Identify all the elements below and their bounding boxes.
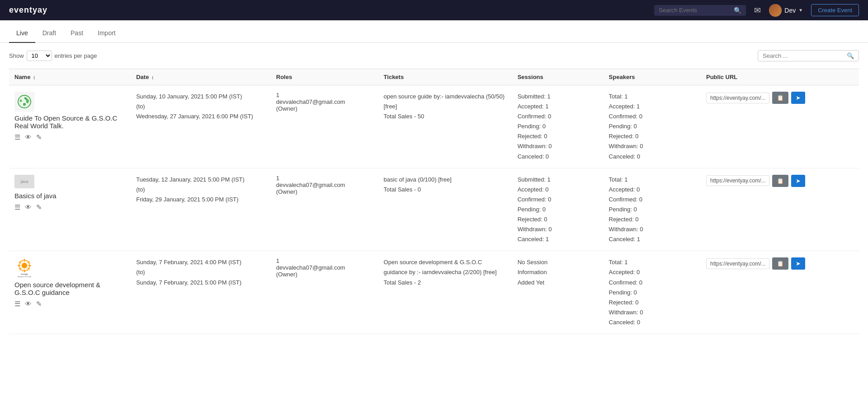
sort-icon-date[interactable]: ↕ [151,75,154,80]
entries-per-page-select[interactable]: 10 25 50 100 [27,51,52,61]
chevron-down-icon: ▼ [798,8,803,13]
session-info-label: Information [518,267,598,277]
user-menu[interactable]: Dev ▼ [769,4,803,17]
role-type: (Owner) [276,271,373,278]
event-sessions-cell: Submitted: 1 Accepted: 1 Confirmed: 0 Pe… [512,85,604,168]
events-table-wrap: Name ↕ Date ↕ Roles Tickets Sessions Spe… [0,69,868,334]
event-actions: ☰ 👁 ✎ [14,300,125,308]
create-event-button[interactable]: Create Event [811,4,859,16]
tab-live[interactable]: Live [9,24,35,43]
event-logo [14,92,34,112]
view-icon[interactable]: 👁 [25,300,32,308]
event-date-to: (to) [136,102,265,112]
navbar-right: 🔍 ✉ Dev ▼ Create Event [654,4,859,17]
speaker-rejected: Rejected: 0 [609,215,695,224]
event-date-to: (to) [136,267,265,277]
event-roles-cell: 1 devvalecha07@gmail.com (Owner) [271,251,378,334]
sort-icon-name[interactable]: ↕ [33,75,36,80]
event-tickets-cell: basic of java (0/100) [free] Total Sales… [378,168,512,251]
controls-bar: Show 10 25 50 100 entries per page 🔍 [0,43,868,69]
roles-count: 1 [276,92,373,98]
ticket-desc: Open source development & G.S.O.C guidan… [384,257,507,277]
session-confirmed: Confirmed: 0 [518,112,598,121]
event-url-cell: https://eventyay.com/... 📋 ➤ [701,251,859,334]
table-search-input[interactable] [763,52,844,59]
event-date-start: Tuesday, 12 January, 2021 5:00 PM (IST) [136,175,265,185]
session-confirmed: Confirmed: 0 [518,195,598,205]
col-header-sessions: Sessions [512,69,604,85]
speaker-total: Total: 1 [609,175,695,185]
opensrc-logo-svg [16,93,33,110]
event-tickets-cell: Open source development & G.S.O.C guidan… [378,251,512,334]
roles-count: 1 [276,257,373,264]
copy-url-button[interactable]: 📋 [772,175,788,187]
speaker-canceled: Canceled: 0 [609,152,695,162]
share-url-button[interactable]: ➤ [791,257,805,270]
speaker-accepted: Accepted: 0 [609,185,695,195]
search-table-icon[interactable]: 🔍 [847,52,854,59]
event-name-cell: Google Summer of Code Open source develo… [9,251,131,334]
event-speakers-cell: Total: 1 Accepted: 0 Confirmed: 0 Pendin… [604,168,701,251]
svg-point-1 [23,103,26,106]
col-header-speakers: Speakers [604,69,701,85]
tabs-bar: Live Draft Past Import [0,24,868,43]
session-accepted: Accepted: 0 [518,185,598,195]
table-search-wrap[interactable]: 🔍 [758,50,859,61]
view-icon[interactable]: 👁 [25,133,32,141]
search-events-wrap[interactable]: 🔍 [654,5,746,16]
session-rejected: Rejected: 0 [518,131,598,141]
session-canceled: Canceled: 0 [518,152,598,162]
view-icon[interactable]: 👁 [25,203,32,211]
session-canceled: Canceled: 1 [518,234,598,244]
ticket-desc: basic of java (0/100) [free] [384,175,507,185]
event-sessions-cell: No Session Information Added Yet [512,251,604,334]
search-events-input[interactable] [659,7,731,14]
entries-info: Show 10 25 50 100 entries per page [9,51,97,61]
mail-icon[interactable]: ✉ [754,5,761,15]
navbar: eventyay 🔍 ✉ Dev ▼ Create Event [0,0,868,20]
tab-past[interactable]: Past [63,24,90,43]
url-cell-wrap: https://eventyay.com/... 📋 ➤ [706,175,854,187]
event-actions: ☰ 👁 ✎ [14,133,125,141]
list-icon[interactable]: ☰ [14,203,20,211]
session-withdrawn: Withdrawn: 0 [518,224,598,234]
speaker-accepted: Accepted: 0 [609,267,695,277]
svg-point-2 [20,100,22,102]
show-label: Show [9,52,24,59]
brand-logo: eventyay [9,5,47,15]
event-name-cell: java Basics of java ☰ 👁 ✎ [9,168,131,251]
share-url-button[interactable]: ➤ [791,175,805,187]
event-title: Open source development & G.S.O.C guidan… [14,281,125,296]
entries-suffix: entries per page [55,52,97,59]
col-header-url: Public URL [701,69,859,85]
speaker-confirmed: Confirmed: 0 [609,278,695,288]
tab-import[interactable]: Import [90,24,123,43]
role-type: (Owner) [276,105,373,112]
copy-url-button[interactable]: 📋 [772,257,788,270]
list-icon[interactable]: ☰ [14,133,20,141]
edit-icon[interactable]: ✎ [36,133,42,141]
session-submitted: Submitted: 1 [518,92,598,102]
event-date-cell: Sunday, 10 January, 2021 5:00 PM (IST) (… [131,85,271,168]
url-cell-wrap: https://eventyay.com/... 📋 ➤ [706,257,854,270]
session-added-yet: Added Yet [518,278,598,288]
tab-draft[interactable]: Draft [35,24,63,43]
event-speakers-cell: Total: 1 Accepted: 0 Confirmed: 0 Pendin… [604,251,701,334]
share-url-button[interactable]: ➤ [791,92,805,104]
list-icon[interactable]: ☰ [14,300,20,308]
edit-icon[interactable]: ✎ [36,203,42,211]
gsoc-logo-svg: Google Summer of Code [14,257,34,277]
event-roles-cell: 1 devvalecha07@gmail.com (Owner) [271,168,378,251]
col-header-roles: Roles [271,69,378,85]
ticket-sales: Total Sales - 0 [384,185,507,195]
speaker-confirmed: Confirmed: 0 [609,112,695,121]
svg-point-13 [22,263,27,268]
role-email: devvalecha07@gmail.com [276,98,373,105]
edit-icon[interactable]: ✎ [36,300,42,308]
event-url-cell: https://eventyay.com/... 📋 ➤ [701,85,859,168]
svg-point-3 [27,100,29,102]
copy-url-button[interactable]: 📋 [772,92,788,104]
speaker-canceled: Canceled: 0 [609,317,695,327]
search-icon-nav[interactable]: 🔍 [734,7,741,14]
session-accepted: Accepted: 1 [518,102,598,112]
